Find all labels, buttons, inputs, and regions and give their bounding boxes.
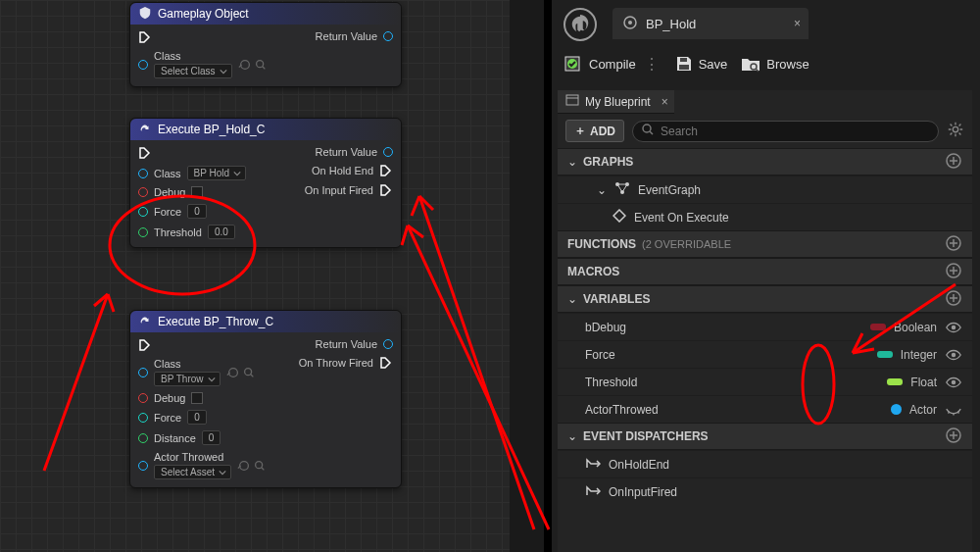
actor-throwed-pin[interactable]: Actor Throwed Select Asset xyxy=(138,451,267,479)
section-subtext: (2 OVERRIDABLE xyxy=(642,238,731,250)
eye-open-icon[interactable] xyxy=(945,374,962,391)
on-hold-end-pin[interactable]: On Hold End xyxy=(305,164,393,177)
exec-in-pin[interactable] xyxy=(138,30,268,44)
variable-row[interactable]: Threshold Float xyxy=(558,368,972,395)
save-button[interactable]: Save xyxy=(675,55,728,73)
return-value-pin[interactable]: Return Value xyxy=(305,146,393,158)
node-gameplay-object[interactable]: Gameplay Object Class Select Class xyxy=(129,2,402,87)
my-blueprint-tab[interactable]: My Blueprint × xyxy=(558,90,674,114)
eventgraph-item[interactable]: ⌄ EventGraph xyxy=(558,176,972,203)
debug-checkbox[interactable] xyxy=(191,392,203,404)
section-macros[interactable]: MACROS xyxy=(558,258,972,285)
on-input-fired-pin[interactable]: On Input Fired xyxy=(305,183,393,197)
search-input[interactable]: Search xyxy=(632,121,939,142)
eye-open-icon[interactable] xyxy=(945,319,962,336)
gear-icon[interactable] xyxy=(947,121,964,141)
use-selected-icon[interactable] xyxy=(226,366,240,379)
item-label: EventGraph xyxy=(638,183,701,197)
return-value-pin[interactable]: Return Value xyxy=(299,338,393,350)
variable-name: Force xyxy=(585,348,615,362)
distance-pin[interactable]: Distance0 xyxy=(138,430,267,445)
variable-type: Actor xyxy=(909,403,937,417)
node-header[interactable]: Gameplay Object xyxy=(130,3,401,25)
compile-button[interactable]: Compile ⋮ xyxy=(564,54,662,74)
button-label: Compile xyxy=(589,57,636,72)
pin-label: Class xyxy=(154,168,181,179)
event-on-execute-item[interactable]: Event On Execute xyxy=(558,203,972,230)
editor-main-tab[interactable]: BP_Hold × xyxy=(612,8,808,39)
debug-pin[interactable]: Debug xyxy=(138,186,246,198)
dispatcher-name: OnHoldEnd xyxy=(609,458,669,472)
node-execute-bp-hold[interactable]: Execute BP_Hold_C Class BP Hold Debug Fo… xyxy=(129,118,402,248)
blueprint-tab-icon xyxy=(622,15,638,33)
force-pin[interactable]: Force0 xyxy=(138,204,246,219)
return-value-pin[interactable]: Return Value xyxy=(316,30,393,42)
editor-right-panel: BP_Hold × Compile ⋮ Save Browse My Bluep… xyxy=(544,0,980,552)
exec-in-pin[interactable] xyxy=(138,146,246,160)
browse-button[interactable]: Browse xyxy=(741,55,808,73)
blueprint-graph-canvas[interactable]: Gameplay Object Class Select Class xyxy=(0,0,510,552)
distance-field[interactable]: 0 xyxy=(202,430,221,445)
graph-icon xyxy=(614,181,630,198)
variable-row[interactable]: Force Integer xyxy=(558,340,972,368)
pin-label: On Throw Fired xyxy=(299,357,373,369)
class-pin[interactable]: Class BP Hold xyxy=(138,166,246,180)
variable-row[interactable]: ActorThrowed Actor xyxy=(558,395,972,423)
force-field[interactable]: 0 xyxy=(187,410,207,425)
tab-label: My Blueprint xyxy=(585,95,651,109)
force-pin[interactable]: Force0 xyxy=(138,410,267,425)
class-dropdown[interactable]: BP Throw xyxy=(154,372,220,386)
browse-asset-icon[interactable] xyxy=(253,459,267,473)
eye-closed-icon[interactable] xyxy=(945,401,962,419)
save-icon xyxy=(675,55,693,73)
node-execute-bp-throw[interactable]: Execute BP_Throw_C Class BP Throw Debug xyxy=(129,310,402,488)
dispatcher-row[interactable]: OnInputFired xyxy=(558,477,972,505)
variable-row[interactable]: bDebug Boolean xyxy=(558,313,972,340)
section-label: GRAPHS xyxy=(583,155,633,169)
add-function-icon[interactable] xyxy=(945,234,962,255)
close-icon[interactable]: × xyxy=(794,17,801,30)
eye-open-icon[interactable] xyxy=(945,346,962,364)
svg-point-24 xyxy=(952,352,956,357)
add-button[interactable]: ＋ADD xyxy=(565,120,624,142)
panel-tab-icon xyxy=(565,93,579,110)
compile-icon xyxy=(564,54,583,74)
plus-icon: ＋ xyxy=(574,123,586,139)
class-dropdown[interactable]: Select Class xyxy=(154,64,232,78)
close-icon[interactable]: × xyxy=(662,95,668,109)
browse-asset-icon[interactable] xyxy=(254,58,268,72)
threshold-field[interactable]: 0.0 xyxy=(208,225,235,239)
pin-label: Actor Throwed xyxy=(154,451,231,463)
debug-checkbox[interactable] xyxy=(191,186,203,198)
threshold-pin[interactable]: Threshold0.0 xyxy=(138,225,246,239)
unreal-logo-icon[interactable] xyxy=(564,8,597,41)
compile-options-icon[interactable]: ⋮ xyxy=(642,55,662,74)
dispatcher-row[interactable]: OnHoldEnd xyxy=(558,450,972,477)
add-macro-icon[interactable] xyxy=(945,262,962,282)
add-graph-icon[interactable] xyxy=(945,152,962,173)
section-variables[interactable]: ⌄VARIABLES xyxy=(558,285,972,313)
section-event-dispatchers[interactable]: ⌄EVENT DISPATCHERS xyxy=(558,423,972,450)
asset-dropdown[interactable]: Select Asset xyxy=(154,465,231,479)
section-label: EVENT DISPATCHERS xyxy=(583,429,709,443)
force-field[interactable]: 0 xyxy=(187,204,207,219)
section-functions[interactable]: FUNCTIONS(2 OVERRIDABLE xyxy=(558,230,972,258)
node-header[interactable]: Execute BP_Hold_C xyxy=(130,119,401,140)
node-header[interactable]: Execute BP_Throw_C xyxy=(130,311,401,332)
on-throw-fired-pin[interactable]: On Throw Fired xyxy=(299,356,393,370)
use-selected-icon[interactable] xyxy=(238,58,252,72)
browse-asset-icon[interactable] xyxy=(242,366,256,379)
type-indicator-icon xyxy=(887,378,903,385)
add-dispatcher-icon[interactable] xyxy=(945,427,962,447)
chevron-down-icon: ⌄ xyxy=(567,292,577,306)
exec-in-pin[interactable] xyxy=(138,338,267,352)
use-selected-icon[interactable] xyxy=(237,459,251,473)
svg-point-5 xyxy=(256,461,263,468)
class-pin[interactable]: Class Select Class xyxy=(138,50,268,78)
class-pin[interactable]: Class BP Throw xyxy=(138,358,267,386)
pin-label: Class xyxy=(154,358,220,370)
add-variable-icon[interactable] xyxy=(945,289,962,310)
section-graphs[interactable]: ⌄GRAPHS xyxy=(558,148,972,176)
debug-pin[interactable]: Debug xyxy=(138,392,267,404)
class-dropdown[interactable]: BP Hold xyxy=(187,166,247,180)
